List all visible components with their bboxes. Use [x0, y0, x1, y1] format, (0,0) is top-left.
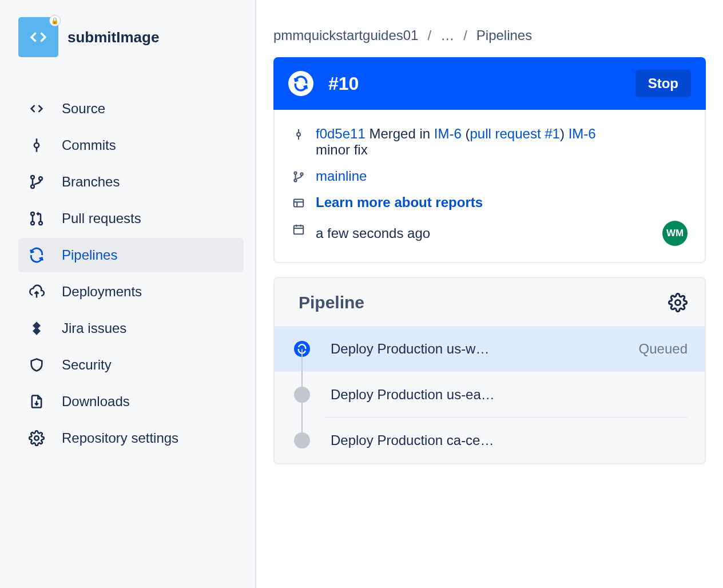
reports-link[interactable]: Learn more about reports	[316, 194, 483, 210]
step-connector	[301, 360, 303, 395]
calendar-icon	[292, 223, 305, 236]
svg-point-17	[300, 173, 303, 175]
pipeline-settings-button[interactable]	[668, 293, 688, 312]
sidebar-item-source[interactable]: Source	[18, 92, 244, 126]
timestamp-row: a few seconds ago WM	[292, 221, 688, 246]
commit-message: f0d5e11 Merged in IM-6 (pull request #1)…	[316, 126, 596, 158]
sidebar-item-commits[interactable]: Commits	[18, 128, 244, 162]
step-name: Deploy Production ca-ce…	[331, 432, 667, 448]
svg-point-4	[31, 185, 34, 188]
sidebar-item-label: Commits	[62, 137, 116, 153]
file-download-icon	[29, 394, 45, 410]
branch-row: mainline	[292, 168, 688, 184]
pipeline-steps: Deploy Production us-w… Queued Deploy Pr…	[275, 326, 705, 463]
repo-icon: 🔒	[18, 17, 58, 57]
svg-point-15	[294, 172, 296, 174]
svg-point-6	[31, 212, 34, 216]
svg-point-5	[39, 177, 42, 180]
breadcrumb-ellipsis[interactable]: …	[440, 27, 454, 43]
sidebar-item-label: Downloads	[62, 394, 130, 410]
shield-icon	[29, 357, 45, 373]
running-status-icon	[288, 71, 313, 96]
pipeline-title: Pipeline	[299, 293, 668, 312]
pull-request-icon	[29, 210, 45, 227]
reports-row: Learn more about reports	[292, 194, 688, 210]
pipeline-step[interactable]: Deploy Production us-ea…	[275, 372, 705, 418]
stop-button[interactable]: Stop	[635, 70, 691, 97]
sidebar-item-label: Source	[62, 101, 105, 117]
gear-icon	[29, 430, 45, 446]
run-header: #10 Stop	[273, 57, 706, 110]
breadcrumb-project[interactable]: pmmquickstartguides01	[273, 27, 418, 43]
sidebar-item-label: Repository settings	[62, 430, 178, 446]
step-connector	[301, 406, 303, 440]
svg-point-0	[34, 143, 39, 148]
sidebar-item-jira-issues[interactable]: Jira issues	[18, 311, 244, 345]
svg-rect-18	[294, 200, 304, 207]
pull-request-link[interactable]: pull request #1	[470, 126, 560, 141]
sidebar-item-repository-settings[interactable]: Repository settings	[18, 421, 244, 455]
svg-point-12	[297, 133, 300, 136]
issue-link[interactable]: IM-6	[434, 126, 462, 141]
report-icon	[292, 196, 305, 210]
sidebar-item-branches[interactable]: Branches	[18, 165, 244, 199]
sidebar-item-pull-requests[interactable]: Pull requests	[18, 201, 244, 236]
svg-point-16	[294, 179, 296, 181]
sidebar: 🔒 submitImage Source Commits Branches	[0, 0, 256, 588]
sidebar-item-label: Security	[62, 357, 112, 373]
sidebar-item-label: Deployments	[62, 284, 142, 300]
svg-point-11	[34, 436, 38, 440]
commit-hash-link[interactable]: f0d5e11	[316, 126, 366, 141]
sidebar-item-label: Jira issues	[62, 320, 126, 336]
pipeline-panel: Pipeline Deploy Production us-w… Queued …	[273, 277, 706, 464]
svg-point-3	[31, 176, 34, 179]
pipeline-header: Pipeline	[275, 293, 705, 326]
step-name: Deploy Production us-ea…	[331, 387, 667, 403]
step-name: Deploy Production us-w…	[331, 341, 618, 357]
pipeline-step[interactable]: Deploy Production ca-ce…	[275, 418, 705, 463]
sidebar-nav: Source Commits Branches Pull requests Pi…	[18, 92, 244, 455]
lock-icon: 🔒	[49, 15, 61, 26]
breadcrumb-page[interactable]: Pipelines	[476, 27, 532, 43]
commit-icon	[29, 137, 45, 153]
svg-point-25	[675, 300, 680, 305]
svg-rect-21	[294, 226, 304, 235]
commit-icon	[292, 128, 305, 141]
jira-icon	[29, 320, 45, 336]
run-number: #10	[328, 73, 621, 94]
breadcrumb-separator: /	[427, 27, 431, 43]
commit-message-line2: minor fix	[316, 142, 596, 158]
step-state: Queued	[639, 341, 688, 357]
breadcrumb: pmmquickstartguides01 / … / Pipelines	[273, 27, 706, 43]
pipelines-icon	[29, 247, 45, 263]
sidebar-item-downloads[interactable]: Downloads	[18, 384, 244, 419]
issue-link[interactable]: IM-6	[569, 126, 596, 141]
sidebar-item-label: Pipelines	[62, 247, 117, 263]
code-icon	[29, 101, 45, 117]
sidebar-item-deployments[interactable]: Deployments	[18, 275, 244, 309]
svg-point-8	[39, 221, 42, 225]
avatar[interactable]: WM	[662, 221, 688, 246]
sidebar-item-label: Branches	[62, 174, 120, 190]
branch-link[interactable]: mainline	[316, 168, 367, 184]
pipeline-step[interactable]: Deploy Production us-w… Queued	[275, 326, 705, 372]
repo-title: submitImage	[67, 29, 159, 46]
branch-icon	[29, 174, 45, 190]
cloud-upload-icon	[29, 284, 45, 300]
commit-row: f0d5e11 Merged in IM-6 (pull request #1)…	[292, 126, 688, 158]
breadcrumb-separator: /	[463, 27, 467, 43]
timestamp: a few seconds ago	[316, 225, 430, 241]
sidebar-item-label: Pull requests	[62, 210, 141, 227]
sidebar-item-security[interactable]: Security	[18, 348, 244, 382]
svg-point-7	[31, 221, 34, 225]
sidebar-item-pipelines[interactable]: Pipelines	[18, 238, 244, 272]
repo-header: 🔒 submitImage	[18, 17, 244, 57]
main: pmmquickstartguides01 / … / Pipelines #1…	[256, 0, 723, 588]
run-details: f0d5e11 Merged in IM-6 (pull request #1)…	[273, 110, 706, 263]
branch-icon	[292, 170, 305, 184]
